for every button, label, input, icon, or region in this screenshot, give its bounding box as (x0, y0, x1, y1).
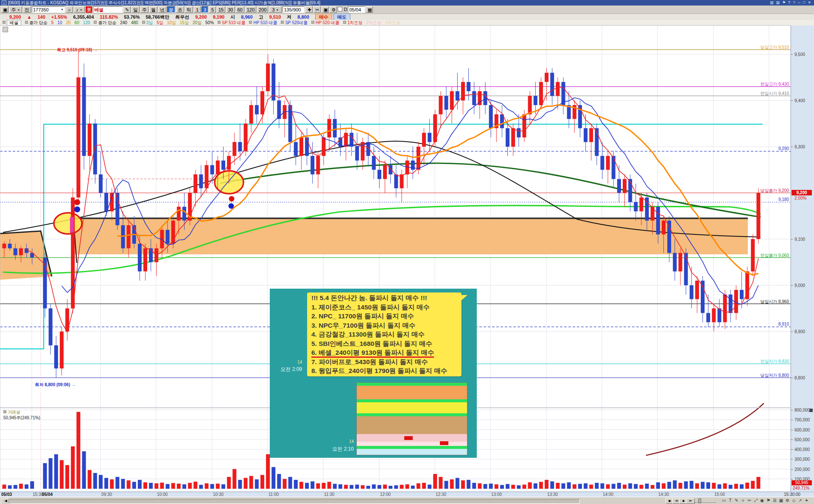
note-timestamp-count-1: 14 (277, 360, 302, 365)
note-line: 1. 제이준코스_ 1450원 돌파시 돌지 매수 (307, 303, 462, 312)
note-line: 3. NPC우_7100원 돌파시 돌지 매수 (307, 321, 462, 330)
volume-badge: 50,945 (792, 480, 812, 485)
axis-tick-label: 9,300 (794, 145, 805, 149)
axis-tick-mark (791, 420, 793, 420)
note-bubble-tail (461, 295, 467, 301)
signal-dot-blue-1 (74, 206, 80, 212)
arrow-tool-icon[interactable]: ↗ (797, 498, 803, 503)
expand-tool-icon[interactable]: ⤢ (753, 498, 758, 503)
mini-table-row (357, 383, 467, 386)
note-line: 5. SBI인베스트_1680원 돌파시 돌지 매수 (307, 339, 462, 348)
select-tool-icon[interactable]: ▭ (721, 498, 727, 503)
cut-tool-icon[interactable]: ✂ (747, 498, 752, 503)
price-axis-panel[interactable]: 9,5009,4009,3009,1009,0008,9008,800800,0… (791, 25, 814, 492)
diamond-tool-icon[interactable]: ◇ (791, 498, 797, 503)
axis-tick-label: 800,000 (794, 408, 810, 412)
mini-table-row (357, 449, 467, 455)
volume-badge-pct: 249.71% (793, 486, 809, 490)
time-axis: 05/0315:3005/0409:3010:0010:3011:0011:30… (0, 492, 814, 497)
chat-note-panel: !!! 5.4 돈안나간 놈. 돌파시 돌지 매수 !!!1. 제이준코스_ 1… (270, 289, 477, 458)
mini-table-red-badge (404, 436, 413, 440)
axis-corner-icon[interactable] (809, 409, 813, 412)
mini-table-row (357, 399, 467, 402)
gear-tool-icon[interactable]: ⚙ (785, 498, 790, 503)
signal-dot-red-1 (74, 199, 80, 205)
forward-button[interactable]: ≫ (686, 498, 695, 504)
axis-tick-label: 500,000 (794, 437, 810, 442)
mini-table-red-badge (440, 441, 448, 445)
chart-area[interactable]: 당일고가 9,510전일고가 9,430전일시가 9,4109,2909,180… (0, 25, 814, 492)
mini-table-row (357, 416, 467, 434)
note-timestamp-1: 오전 2:09 (277, 366, 302, 373)
axis-tick-label: 9,000 (794, 283, 805, 288)
mini-table-row (357, 446, 467, 449)
axis-tick-mark (791, 147, 793, 147)
axis-tick-mark (791, 479, 793, 479)
axis-tick-mark (791, 430, 793, 430)
note-line: 7. 파이버프로_5430원 돌파시 돌지 매수 (307, 357, 462, 367)
note-line: 6. 베셀_240이평 9130원 돌파시 돌지 매수 (307, 348, 462, 357)
mini-table-screenshot (356, 382, 467, 455)
axis-tick-mark (791, 410, 793, 410)
mini-table-row (357, 386, 467, 399)
note-bubble: !!! 5.4 돈안나간 놈. 돌파시 돌지 매수 !!!1. 제이준코스_ 1… (307, 292, 462, 376)
list-tool-icon[interactable]: ☰ (772, 498, 778, 503)
axis-tick-mark (791, 469, 793, 470)
axis-tick-label: 400,000 (794, 447, 810, 452)
note-timestamp-2: 오전 2:10 (328, 446, 354, 453)
zoom-slider[interactable] (695, 499, 716, 503)
kiwoom-chart-window: 1[0600] 키움종합차트 - KOSDAQ 외국인보유[157(천)] 주식… (0, 0, 814, 504)
axis-tick-mark (791, 459, 793, 459)
star-tool-icon[interactable]: ✦ (804, 498, 809, 503)
axis-tick-label: 600,000 (794, 428, 810, 432)
axis-tick-mark (791, 449, 793, 450)
highlight-candle (70, 217, 74, 234)
axis-tick-label: 9,500 (794, 52, 805, 57)
target-tool-icon[interactable]: ◉ (759, 498, 765, 503)
mini-table-row (357, 413, 467, 416)
text-tool-icon[interactable]: T (727, 498, 733, 503)
axis-tick-label: 8,800 (794, 376, 805, 380)
axis-tick-mark (791, 440, 793, 440)
axis-tick-mark (791, 54, 793, 55)
current-price-pct: 2.00% (794, 196, 806, 200)
axis-tick-label: 9,100 (794, 237, 805, 242)
zoom-slider-knob[interactable] (698, 498, 701, 503)
axis-tick-mark (791, 331, 793, 332)
axis-tick-label: 8,900 (794, 329, 805, 334)
signal-dot-red-2 (229, 196, 235, 202)
pen-tool-icon[interactable]: ✎ (734, 498, 739, 503)
current-price-badge: 9,200 (792, 190, 812, 195)
axis-tick-label: 700,000 (794, 418, 810, 422)
note-line: 2. NPC_ 11700원 돌파시 돌지 매수 (307, 312, 462, 321)
note-timestamp-count-2: 14 (328, 439, 354, 444)
signal-dot-blue-2 (229, 203, 234, 209)
axis-tick-label: 9,400 (794, 98, 805, 103)
axis-tick-mark (791, 100, 793, 101)
flag-tool-icon[interactable]: ⚑ (766, 498, 771, 503)
note-line: 4. 금강철강_11300원 돌파시 돌지 매수 (307, 330, 462, 339)
note-line: 8. 윙입푸드_240이평 1790원 돌파시 돌지 매수 (307, 366, 462, 376)
mini-table-row (357, 402, 467, 413)
axis-tick-mark (791, 378, 793, 378)
mini-table-row (357, 442, 467, 446)
bottom-scrollbar-row: ◀▶≪■≫▭T✎⌗✂⤢◉⚑☰▦⚙◇↗✦ (0, 497, 814, 504)
ma-10-line (62, 98, 758, 304)
scrollbar-track[interactable] (8, 499, 580, 504)
axis-tick-mark (791, 239, 793, 239)
note-line: !!! 5.4 돈안나간 놈. 돌파시 돌지 매수 !!! (307, 293, 462, 303)
axis-tick-label: 300,000 (794, 457, 810, 462)
axis-tick-mark (791, 285, 793, 286)
table-tool-icon[interactable]: ▦ (778, 498, 784, 503)
axis-tick-label: 200,000 (794, 467, 810, 472)
grid-tool-icon[interactable]: ⌗ (740, 498, 746, 503)
